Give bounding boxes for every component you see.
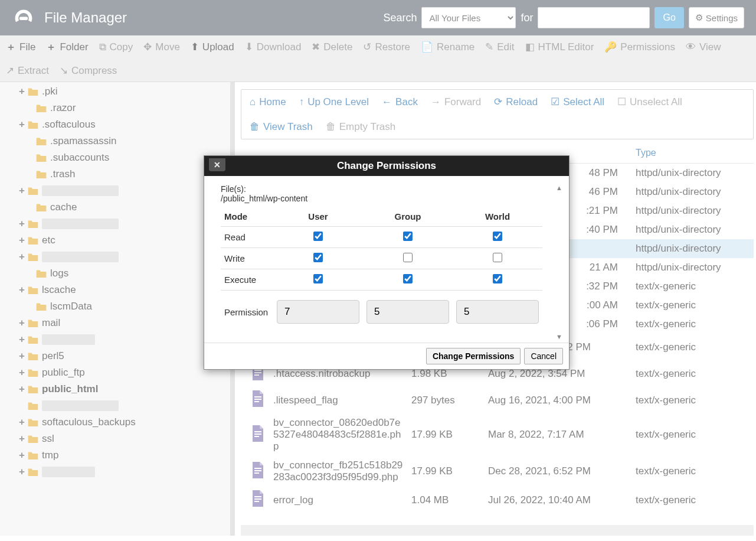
exec-group-checkbox[interactable] <box>403 274 413 283</box>
horizontal-scrollbar[interactable] <box>241 525 754 536</box>
file-modified: Dec 28, 2021, 6:52 PM <box>488 465 636 477</box>
expander-icon[interactable]: + <box>18 86 26 97</box>
expander-icon[interactable]: + <box>18 449 26 461</box>
tree-label: .softaculous <box>42 119 96 131</box>
perm-user-input[interactable] <box>277 300 359 324</box>
write-user-checkbox[interactable] <box>313 253 323 262</box>
tree-node[interactable]: .subaccounts <box>18 149 230 166</box>
expander-icon[interactable]: + <box>18 433 26 445</box>
tree-node[interactable]: + <box>18 182 230 199</box>
tree-node[interactable]: + <box>18 216 230 232</box>
reload-button[interactable]: ⟳Reload <box>494 96 538 108</box>
folder-icon <box>27 236 39 245</box>
search-scope-select[interactable]: All Your Files <box>421 7 516 28</box>
exec-user-checkbox[interactable] <box>313 274 323 283</box>
tree-node[interactable]: +public_ftp <box>18 364 230 381</box>
files-label: File(s): <box>221 184 558 194</box>
new-folder-button[interactable]: ＋Folder <box>46 40 88 54</box>
tree-label: .razor <box>50 102 76 114</box>
tree-node[interactable] <box>18 397 230 414</box>
tree-node[interactable]: +mail <box>18 315 230 331</box>
move-button: ✥Move <box>143 41 180 53</box>
gear-icon: ⚙ <box>695 12 703 23</box>
tree-node[interactable]: +ssl <box>18 431 230 447</box>
perm-world-input[interactable] <box>456 300 539 324</box>
change-permissions-button[interactable]: Change Permissions <box>426 348 521 364</box>
cpanel-logo[interactable] <box>12 8 35 28</box>
upload-button[interactable]: ⬆Upload <box>191 41 234 53</box>
expander-icon[interactable]: + <box>18 383 26 395</box>
expander-icon[interactable]: + <box>18 218 26 230</box>
view-trash-button[interactable]: 🗑View Trash <box>250 121 313 133</box>
exec-world-checkbox[interactable] <box>493 274 502 283</box>
trash-icon: 🗑 <box>326 121 336 133</box>
dialog-titlebar[interactable]: ✕ Change Permissions <box>204 156 569 176</box>
tree-node[interactable]: +tmp <box>18 447 230 464</box>
settings-label: Settings <box>706 13 738 23</box>
tree-node[interactable]: lscmData <box>18 298 230 315</box>
expander-icon[interactable]: + <box>18 284 26 296</box>
files-path: /public_html/wp-content <box>221 194 558 203</box>
col-type-header[interactable]: Type <box>636 148 754 158</box>
tree-node[interactable]: +.softaculous <box>18 116 230 133</box>
up-one-level-button[interactable]: ↑Up One Level <box>299 96 369 108</box>
forward-button: →Forward <box>431 96 481 108</box>
dialog-scrollbar[interactable]: ▲ ▼ <box>556 184 565 345</box>
tree-node[interactable]: +perl5 <box>18 348 230 364</box>
expander-icon[interactable]: + <box>18 367 26 379</box>
tree-node[interactable]: + <box>18 249 230 265</box>
trash-icon: 🗑 <box>250 121 260 133</box>
select-all-button[interactable]: ☑Select All <box>551 96 604 108</box>
expander-icon[interactable]: + <box>18 234 26 246</box>
tree-node[interactable]: .razor <box>18 100 230 116</box>
settings-button[interactable]: ⚙ Settings <box>689 7 744 28</box>
write-group-checkbox[interactable] <box>403 253 413 262</box>
expander-icon[interactable]: + <box>18 466 26 478</box>
home-button[interactable]: ⌂Home <box>250 96 286 108</box>
read-group-checkbox[interactable] <box>403 232 413 241</box>
tree-node[interactable]: cache <box>18 199 230 216</box>
expander-icon[interactable]: + <box>18 334 26 346</box>
table-row[interactable]: error_log1.04 MBJul 26, 2022, 10:40 AMte… <box>241 487 754 513</box>
scroll-up-icon[interactable]: ▲ <box>556 184 565 191</box>
tree-node[interactable]: logs <box>18 265 230 282</box>
tree-label: cache <box>50 201 77 213</box>
tree-label: lscmData <box>50 301 92 312</box>
expander-icon[interactable]: + <box>18 251 26 263</box>
tree-node[interactable]: +lscache <box>18 282 230 298</box>
tree-node[interactable]: +etc <box>18 232 230 249</box>
expander-icon[interactable]: + <box>18 416 26 428</box>
go-button[interactable]: Go <box>654 7 683 28</box>
search-input[interactable] <box>538 7 650 28</box>
close-icon[interactable]: ✕ <box>209 158 225 171</box>
tree-node[interactable]: .trash <box>18 166 230 182</box>
search-label: Search <box>383 12 417 24</box>
tree-node[interactable]: + <box>18 331 230 348</box>
table-row[interactable]: .litespeed_flag297 bytesAug 16, 2021, 4:… <box>241 387 754 413</box>
tree-node[interactable]: +public_html <box>18 381 230 397</box>
new-file-button[interactable]: ＋File <box>6 40 35 54</box>
file-name: bv_connector_fb251c518b29283ac0023f3d95f… <box>273 459 411 483</box>
tree-label: etc <box>42 234 55 246</box>
world-header: World <box>453 207 542 227</box>
read-user-checkbox[interactable] <box>313 232 323 241</box>
write-world-checkbox[interactable] <box>493 253 502 262</box>
file-size: 1.04 MB <box>411 494 488 506</box>
tree-node[interactable]: +.pki <box>18 83 230 100</box>
back-button[interactable]: ←Back <box>382 96 418 108</box>
read-world-checkbox[interactable] <box>493 232 502 241</box>
tree-node[interactable]: +softaculous_backups <box>18 414 230 431</box>
expander-icon[interactable]: + <box>18 350 26 362</box>
expander-icon[interactable]: + <box>18 185 26 197</box>
expander-icon[interactable]: + <box>18 119 26 131</box>
expander-icon[interactable]: + <box>18 317 26 329</box>
perm-group-input[interactable] <box>366 300 449 324</box>
extract-button: ↗Extract <box>6 64 49 77</box>
cancel-button[interactable]: Cancel <box>524 348 563 364</box>
table-row[interactable]: bv_connector_08620ed0b7e5327e48048483c5f… <box>241 413 754 456</box>
table-row[interactable]: bv_connector_fb251c518b29283ac0023f3d95f… <box>241 456 754 487</box>
tree-node[interactable]: + <box>18 464 230 480</box>
tree-node[interactable]: .spamassassin <box>18 133 230 149</box>
scroll-down-icon[interactable]: ▼ <box>556 333 565 340</box>
folder-tree-sidebar[interactable]: +.pki.razor+.softaculous.spamassassin.su… <box>0 82 230 536</box>
